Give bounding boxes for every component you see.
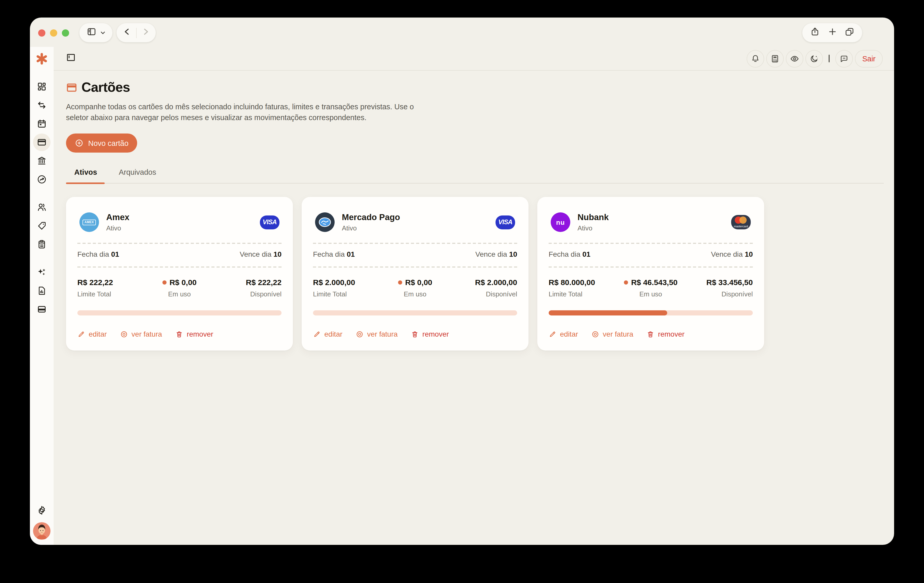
available-value: R$ 33.456,50 (685, 278, 753, 287)
sidebar-item-ai[interactable] (33, 264, 51, 281)
minimize-window-button[interactable] (50, 30, 57, 36)
billing-days: Fecha dia01 Vence dia10 (313, 250, 517, 258)
back-button[interactable] (122, 27, 131, 38)
sidebar-item-users[interactable] (33, 198, 51, 216)
card-amounts: R$ 222,22Limite Total R$ 0,00Em uso R$ 2… (78, 278, 282, 298)
pencil-icon (549, 330, 556, 338)
in-use-value: R$ 0,00 (169, 278, 196, 287)
cards-list: AMEX Amex Ativo VISA Fecha dia01 Vence d… (66, 197, 884, 351)
close-window-button[interactable] (38, 30, 45, 36)
toolbar-divider (828, 54, 830, 63)
browser-sidebar-toggle[interactable] (79, 23, 112, 42)
tab-arquivados[interactable]: Arquivados (119, 168, 156, 183)
remove-card-button[interactable]: remover (647, 330, 685, 338)
app-sidebar-collapse-icon[interactable] (66, 53, 76, 64)
moon-stars-icon (810, 54, 819, 63)
trash-icon (647, 330, 654, 338)
usage-progress-bar (549, 310, 753, 315)
card-stripe-icon (36, 304, 47, 315)
sidebar-item-subscriptions[interactable] (33, 301, 51, 318)
view-invoice-button[interactable]: ver fatura (591, 330, 633, 338)
nubank-avatar: nu (551, 212, 570, 232)
limit-value: R$ 222,22 (78, 278, 145, 287)
chat-bubble-icon (840, 54, 849, 63)
mastercard-badge: mastercard (731, 215, 751, 229)
target-icon (591, 330, 599, 338)
sparkles-icon (36, 267, 47, 277)
tab-ativos[interactable]: Ativos (74, 168, 97, 183)
sidebar-item-bank[interactable] (33, 152, 51, 170)
browser-nav (117, 23, 156, 42)
asterisk-logo-icon (36, 53, 48, 65)
app-window: Sair (30, 18, 894, 545)
share-icon[interactable] (810, 27, 820, 39)
sidebar-item-transactions[interactable] (33, 96, 51, 114)
logout-button[interactable]: Sair (855, 50, 883, 67)
calendar-icon (36, 119, 47, 129)
sidebar-item-dashboard[interactable] (33, 78, 51, 96)
edit-card-button[interactable]: editar (313, 330, 342, 338)
nav-divider (136, 28, 136, 38)
page-description: Acompanhe todas os cartões do mês seleci… (66, 102, 422, 123)
dark-mode-button[interactable] (805, 50, 823, 67)
mastercard-orange-circle (739, 216, 747, 224)
card-actions: editar ver fatura remover (78, 330, 282, 338)
notifications-button[interactable] (747, 50, 764, 67)
browser-window-actions (802, 23, 862, 42)
card-amex: AMEX Amex Ativo VISA Fecha dia01 Vence d… (66, 197, 293, 351)
view-invoice-button[interactable]: ver fatura (356, 330, 398, 338)
limit-label: Limite Total (549, 290, 617, 298)
sidebar-item-tags[interactable] (33, 217, 51, 234)
remove-card-button[interactable]: remover (175, 330, 213, 338)
app-toolbar-actions: Sair (747, 50, 883, 67)
billing-days: Fecha dia01 Vence dia10 (549, 250, 753, 258)
limit-label: Limite Total (313, 290, 381, 298)
card-status: Ativo (106, 224, 129, 232)
sidebar-item-performance[interactable] (33, 171, 51, 188)
available-value: R$ 2.000,00 (449, 278, 517, 287)
card-status: Ativo (342, 224, 400, 232)
sidebar-item-calendar[interactable] (33, 115, 51, 132)
visa-badge: VISA (495, 215, 515, 229)
card-tabs: Ativos Arquivados (66, 168, 884, 183)
credit-card-icon (36, 137, 47, 147)
card-mercado-pago: Mercado Pago Ativo VISA Fecha dia01 Venc… (302, 197, 528, 351)
mercado-pago-avatar (315, 212, 335, 232)
window-controls (38, 30, 69, 36)
settings-button[interactable] (33, 502, 51, 519)
sidebar-item-reports[interactable] (33, 282, 51, 300)
divider (549, 243, 753, 244)
user-avatar[interactable] (33, 522, 51, 540)
card-amounts: R$ 80.000,00Limite Total R$ 46.543,50Em … (549, 278, 753, 298)
target-icon (356, 330, 363, 338)
calculator-icon (771, 54, 780, 63)
divider (78, 267, 282, 268)
remove-card-button[interactable]: remover (411, 330, 449, 338)
available-value: R$ 222,22 (213, 278, 282, 287)
chevron-down-icon (100, 28, 106, 37)
privacy-toggle-button[interactable] (786, 50, 804, 67)
app-sidebar (30, 47, 54, 545)
feedback-button[interactable] (835, 50, 853, 67)
new-card-button[interactable]: Novo cartão (66, 133, 137, 153)
plus-circle-icon (75, 139, 84, 147)
sidebar-item-planner[interactable] (33, 236, 51, 253)
page-header: Cartões (66, 79, 884, 96)
pencil-icon (78, 330, 85, 338)
available-label: Disponível (685, 290, 753, 298)
forward-button[interactable] (141, 27, 150, 38)
edit-card-button[interactable]: editar (549, 330, 578, 338)
app-logo[interactable] (36, 47, 48, 71)
edit-card-button[interactable]: editar (78, 330, 107, 338)
panel-left-icon (86, 27, 96, 39)
tab-overview-icon[interactable] (845, 27, 855, 39)
sidebar-item-cards[interactable] (33, 133, 51, 151)
zoom-window-button[interactable] (62, 30, 69, 36)
new-tab-icon[interactable] (827, 27, 837, 39)
view-invoice-button[interactable]: ver fatura (120, 330, 162, 338)
usage-progress-bar (78, 310, 282, 315)
window-titlebar (30, 18, 894, 47)
tabs-baseline (66, 183, 884, 183)
calculator-button[interactable] (766, 50, 784, 67)
divider (78, 243, 282, 244)
